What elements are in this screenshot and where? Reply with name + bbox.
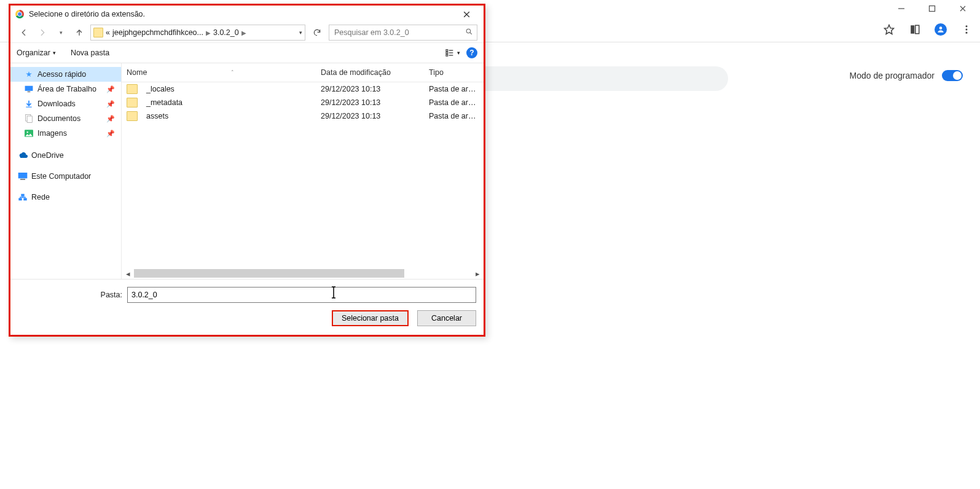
nav-back-button[interactable] <box>17 25 31 40</box>
horizontal-scrollbar[interactable]: ◂ ▸ <box>122 268 484 279</box>
file-name: _metadata <box>146 98 182 107</box>
computer-icon <box>18 171 28 181</box>
file-type: Pasta de arquivo <box>424 110 484 122</box>
maximize-button[interactable] <box>919 0 946 17</box>
sidebar-item-network[interactable]: Rede <box>10 189 121 206</box>
folder-icon <box>127 84 138 94</box>
scroll-thumb[interactable] <box>134 269 404 278</box>
breadcrumb-item[interactable]: jeejphgepchmchdfihkceo... <box>112 28 203 37</box>
bookmark-star-icon[interactable] <box>883 23 895 36</box>
sidebar-item-this-pc[interactable]: Este Computador <box>10 168 121 185</box>
sidebar-item-downloads[interactable]: Downloads 📌 <box>10 96 121 111</box>
svg-rect-9 <box>446 50 448 52</box>
organize-menu[interactable]: Organizar ▾ <box>17 49 56 57</box>
file-list-row[interactable]: _locales29/12/2023 10:13Pasta de arquivo <box>122 82 484 96</box>
svg-rect-13 <box>28 92 31 93</box>
file-name: _locales <box>146 85 174 93</box>
folder-icon <box>93 28 103 37</box>
nav-history-dropdown[interactable]: ▾ <box>53 25 68 40</box>
file-date: 29/12/2023 10:13 <box>316 96 424 109</box>
scroll-right-icon[interactable]: ▸ <box>472 268 482 278</box>
navigation-sidebar: Acesso rápido Área de Trabalho 📌 Downloa… <box>10 63 121 279</box>
scroll-left-icon[interactable]: ◂ <box>123 268 133 278</box>
svg-rect-22 <box>23 198 26 200</box>
breadcrumb-overflow[interactable]: « <box>106 28 110 37</box>
svg-rect-14 <box>26 107 31 108</box>
file-list-row[interactable]: assets29/12/2023 10:13Pasta de arquivo <box>122 109 484 123</box>
svg-point-4 <box>939 26 943 29</box>
svg-marker-1 <box>885 25 894 34</box>
svg-rect-10 <box>446 52 448 54</box>
documents-icon <box>24 114 34 123</box>
svg-rect-0 <box>930 6 935 12</box>
breadcrumb-dropdown[interactable]: ▾ <box>299 29 302 36</box>
pin-icon: 📌 <box>106 100 115 108</box>
sidebar-item-onedrive[interactable]: OneDrive <box>10 147 121 164</box>
minimize-button[interactable] <box>888 0 915 17</box>
sidebar-item-documents[interactable]: Documentos 📌 <box>10 111 121 126</box>
new-folder-label: Nova pasta <box>71 49 109 57</box>
sidebar-item-desktop[interactable]: Área de Trabalho 📌 <box>10 82 121 96</box>
profile-avatar[interactable] <box>935 23 947 36</box>
breadcrumb-item[interactable]: 3.0.2_0 <box>213 28 239 37</box>
folder-icon <box>127 98 138 108</box>
pictures-icon <box>24 128 34 138</box>
svg-point-18 <box>27 131 28 133</box>
breadcrumb-bar[interactable]: « jeejphgepchmchdfihkceo... ▶ 3.0.2_0 ▶ … <box>90 25 305 41</box>
column-header-date[interactable]: Data de modificação <box>316 66 424 79</box>
sidebar-item-pictures[interactable]: Imagens 📌 <box>10 126 121 141</box>
folder-field-label: Pasta: <box>18 291 122 299</box>
nav-forward-button[interactable] <box>35 25 50 40</box>
svg-rect-16 <box>27 116 32 123</box>
svg-rect-2 <box>911 25 914 34</box>
onedrive-icon <box>18 151 28 160</box>
svg-rect-11 <box>446 55 448 57</box>
new-folder-button[interactable]: Nova pasta <box>71 49 109 57</box>
chevron-down-icon: ▾ <box>53 50 56 56</box>
refresh-button[interactable] <box>309 25 325 40</box>
organize-label: Organizar <box>17 49 50 57</box>
help-icon[interactable]: ? <box>466 47 477 58</box>
sidebar-item-label: Imagens <box>37 129 67 138</box>
svg-rect-12 <box>25 86 33 91</box>
view-options-button[interactable]: ▾ <box>445 48 460 58</box>
sidebar-item-label: Rede <box>31 193 50 201</box>
desktop-icon <box>24 84 34 94</box>
search-icon <box>465 28 473 37</box>
sidebar-item-quick-access[interactable]: Acesso rápido <box>10 67 121 82</box>
file-list-row[interactable]: _metadata29/12/2023 10:13Pasta de arquiv… <box>122 96 484 109</box>
pin-icon: 📌 <box>106 130 115 138</box>
svg-rect-20 <box>20 179 25 180</box>
sidebar-item-label: OneDrive <box>31 151 64 160</box>
svg-rect-19 <box>18 173 28 178</box>
svg-point-7 <box>966 32 968 34</box>
reading-list-icon[interactable] <box>909 23 921 36</box>
nav-up-button[interactable] <box>72 25 87 40</box>
search-input[interactable] <box>329 25 477 41</box>
dialog-titlebar: Selecione o diretório da extensão. <box>10 6 484 23</box>
sidebar-item-label: Este Computador <box>31 172 91 181</box>
search-input-field[interactable] <box>333 28 473 37</box>
select-folder-button[interactable]: Selecionar pasta <box>332 310 409 326</box>
dialog-close-button[interactable] <box>454 7 479 22</box>
svg-rect-23 <box>21 194 24 197</box>
cancel-button[interactable]: Cancelar <box>417 310 476 326</box>
file-date: 29/12/2023 10:13 <box>316 83 424 95</box>
sidebar-item-label: Downloads <box>37 100 76 108</box>
menu-kebab-icon[interactable] <box>960 23 973 36</box>
svg-rect-21 <box>18 198 22 200</box>
column-header-type[interactable]: Tipo <box>424 66 484 79</box>
column-header-name[interactable]: Nome ˄ <box>122 66 316 79</box>
svg-point-6 <box>966 29 968 31</box>
file-list-header: Nome ˄ Data de modificação Tipo <box>122 63 484 82</box>
close-window-button[interactable] <box>949 0 976 17</box>
svg-point-5 <box>966 25 968 27</box>
toggle-switch-icon[interactable] <box>942 70 963 81</box>
folder-name-input[interactable] <box>127 287 476 303</box>
developer-mode-toggle[interactable]: Modo de programador <box>849 70 963 81</box>
dialog-title: Selecione o diretório da extensão. <box>29 10 449 18</box>
file-date: 29/12/2023 10:13 <box>316 110 424 122</box>
svg-rect-3 <box>915 25 919 34</box>
chevron-right-icon: ▶ <box>241 29 246 36</box>
file-type: Pasta de arquivo <box>424 83 484 95</box>
